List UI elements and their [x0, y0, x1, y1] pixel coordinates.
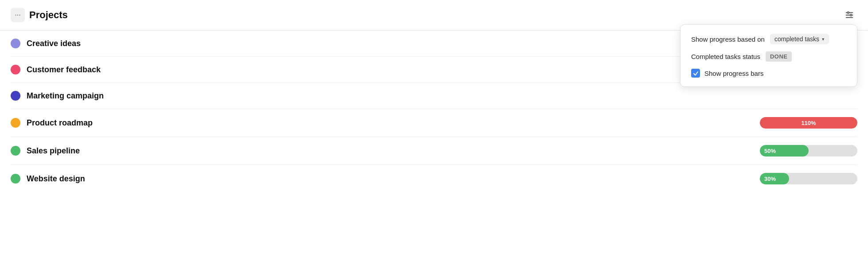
project-name-customer-feedback: Customer feedback — [27, 65, 101, 74]
show-progress-row: Show progress based on completed tasks ▾ — [691, 34, 846, 44]
project-left: Creative ideas — [11, 39, 81, 48]
project-name-website-design: Website design — [27, 174, 85, 184]
progress-fill-sales-pipeline: 50% — [760, 145, 809, 156]
completed-tasks-status-row: Completed tasks status DONE — [691, 51, 846, 62]
selected-option-label: completed tasks — [774, 35, 819, 43]
progress-bar-website-design: 30% — [760, 173, 857, 184]
project-left: Sales pipeline — [11, 146, 80, 156]
checkmark-icon — [693, 70, 699, 76]
project-dot-creative-ideas — [11, 39, 20, 48]
project-left: Customer feedback — [11, 65, 101, 74]
more-button[interactable]: ··· — [11, 8, 25, 22]
project-dot-website-design — [11, 174, 20, 184]
project-dot-marketing-campaign — [11, 91, 20, 101]
progress-label-website-design: 30% — [760, 176, 776, 182]
project-dot-product-roadmap — [11, 118, 20, 128]
project-left: Website design — [11, 174, 85, 184]
project-name-creative-ideas: Creative ideas — [27, 39, 81, 48]
svg-point-4 — [850, 14, 852, 16]
done-badge: DONE — [766, 51, 792, 62]
project-row[interactable]: Website design 30% — [11, 165, 857, 192]
progress-bar-sales-pipeline: 50% — [760, 145, 857, 156]
show-progress-bars-checkbox-wrapper[interactable]: Show progress bars — [691, 69, 763, 78]
project-name-sales-pipeline: Sales pipeline — [27, 146, 80, 156]
show-progress-label: Show progress based on — [691, 35, 765, 43]
project-dot-customer-feedback — [11, 65, 20, 74]
header-left: ··· Projects — [11, 8, 68, 22]
show-progress-bars-checkbox[interactable] — [691, 69, 700, 78]
page-title: Projects — [29, 9, 68, 21]
svg-point-3 — [847, 12, 849, 14]
show-progress-bars-row: Show progress bars — [691, 69, 846, 78]
completed-tasks-dropdown[interactable]: completed tasks ▾ — [770, 34, 829, 44]
progress-label-sales-pipeline: 50% — [760, 148, 776, 154]
completed-tasks-status-label: Completed tasks status — [691, 53, 760, 60]
project-name-marketing-campaign: Marketing campaign — [27, 91, 104, 101]
project-row[interactable]: Sales pipeline 50% — [11, 137, 857, 165]
project-left: Product roadmap — [11, 118, 93, 128]
progress-label-product-roadmap: 110% — [801, 120, 816, 126]
project-name-product-roadmap: Product roadmap — [27, 118, 93, 128]
progress-fill-website-design: 30% — [760, 173, 789, 184]
project-left: Marketing campaign — [11, 91, 104, 101]
chevron-down-icon: ▾ — [822, 36, 825, 42]
project-row[interactable]: Product roadmap 110% — [11, 109, 857, 137]
settings-dropdown-panel: Show progress based on completed tasks ▾… — [680, 24, 857, 87]
show-progress-bars-label: Show progress bars — [704, 70, 763, 77]
project-dot-sales-pipeline — [11, 146, 20, 156]
progress-bar-product-roadmap: 110% — [760, 117, 857, 129]
filter-icon-button[interactable] — [841, 7, 857, 23]
